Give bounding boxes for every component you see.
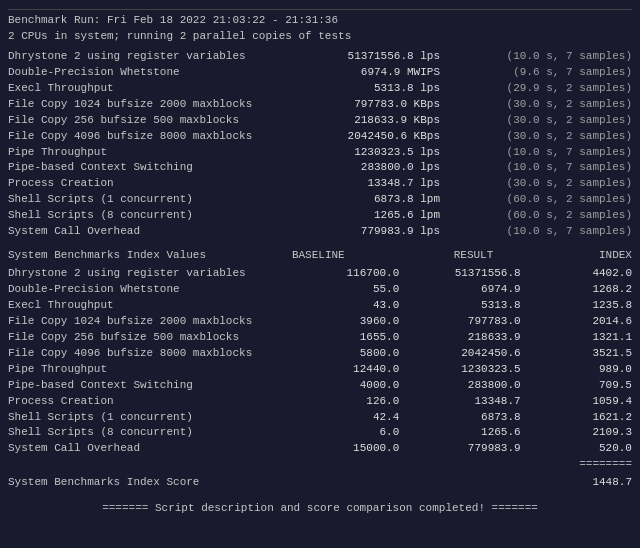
bench-value: 779983.9 lps — [320, 224, 440, 240]
index-row-baseline: 43.0 — [319, 298, 399, 314]
score-label: System Benchmarks Index Score — [8, 475, 199, 491]
index-row: Double-Precision Whetstone 55.0 6974.9 1… — [8, 282, 632, 298]
bench-detail: (60.0 s, 2 samples) — [472, 192, 632, 208]
bench-row: Double-Precision Whetstone 6974.9 MWIPS … — [8, 65, 632, 81]
index-row: File Copy 4096 bufsize 8000 maxblocks 58… — [8, 346, 632, 362]
index-row-index: 3521.5 — [552, 346, 632, 362]
top-separator — [8, 9, 632, 10]
index-row-baseline: 12440.0 — [319, 362, 399, 378]
bench-label: Double-Precision Whetstone — [8, 65, 288, 81]
index-row-baseline: 126.0 — [319, 394, 399, 410]
cpu-info-line: 2 CPUs in system; running 2 parallel cop… — [8, 29, 632, 45]
bench-label: Shell Scripts (8 concurrent) — [8, 208, 288, 224]
bench-detail: (10.0 s, 7 samples) — [472, 49, 632, 65]
index-row-result: 2042450.6 — [431, 346, 521, 362]
index-row-baseline: 4000.0 — [319, 378, 399, 394]
index-row-label: Shell Scripts (1 concurrent) — [8, 410, 288, 426]
index-section: System Benchmarks Index Values BASELINE … — [8, 248, 632, 491]
index-header-row: System Benchmarks Index Values BASELINE … — [8, 248, 632, 264]
bench-detail: (30.0 s, 2 samples) — [472, 176, 632, 192]
index-row-label: File Copy 4096 bufsize 8000 maxblocks — [8, 346, 288, 362]
bench-value: 5313.8 lps — [320, 81, 440, 97]
index-row-baseline: 55.0 — [319, 282, 399, 298]
bench-label: Shell Scripts (1 concurrent) — [8, 192, 288, 208]
bench-detail: (60.0 s, 2 samples) — [472, 208, 632, 224]
bench-value: 1230323.5 lps — [320, 145, 440, 161]
footer-text: ======= Script description and score com… — [8, 501, 632, 517]
index-row-result: 797783.0 — [431, 314, 521, 330]
index-row: Shell Scripts (1 concurrent) 42.4 6873.8… — [8, 410, 632, 426]
bench-value: 797783.0 KBps — [320, 97, 440, 113]
index-row-label: Execl Throughput — [8, 298, 288, 314]
bench-label: Execl Throughput — [8, 81, 288, 97]
index-row-result: 6974.9 — [431, 282, 521, 298]
index-row-baseline: 6.0 — [319, 425, 399, 441]
bench-label: File Copy 256 bufsize 500 maxblocks — [8, 113, 288, 129]
bench-value: 218633.9 KBps — [320, 113, 440, 129]
index-row-label: System Call Overhead — [8, 441, 288, 457]
bench-label: Dhrystone 2 using register variables — [8, 49, 288, 65]
score-line: System Benchmarks Index Score 1448.7 — [8, 475, 632, 491]
index-row-index: 1235.8 — [552, 298, 632, 314]
index-row-label: File Copy 1024 bufsize 2000 maxblocks — [8, 314, 288, 330]
index-row-baseline: 42.4 — [319, 410, 399, 426]
bench-value: 6873.8 lpm — [320, 192, 440, 208]
bench-value: 2042450.6 KBps — [320, 129, 440, 145]
index-row: Pipe-based Context Switching 4000.0 2838… — [8, 378, 632, 394]
index-row-index: 1059.4 — [552, 394, 632, 410]
index-row-label: Pipe Throughput — [8, 362, 288, 378]
bench-value: 6974.9 MWIPS — [320, 65, 440, 81]
bench-row: Shell Scripts (1 concurrent) 6873.8 lpm … — [8, 192, 632, 208]
bench-row: Pipe Throughput 1230323.5 lps (10.0 s, 7… — [8, 145, 632, 161]
index-row-baseline: 116700.0 — [319, 266, 399, 282]
index-row-index: 989.0 — [552, 362, 632, 378]
index-rows: Dhrystone 2 using register variables 116… — [8, 266, 632, 457]
bench-row: File Copy 4096 bufsize 8000 maxblocks 20… — [8, 129, 632, 145]
bench-label: File Copy 1024 bufsize 2000 maxblocks — [8, 97, 288, 113]
index-row-index: 1321.1 — [552, 330, 632, 346]
index-row: Pipe Throughput 12440.0 1230323.5 989.0 — [8, 362, 632, 378]
index-row: Shell Scripts (8 concurrent) 6.0 1265.6 … — [8, 425, 632, 441]
index-col-baseline-header: BASELINE — [265, 248, 345, 264]
bench-value: 283800.0 lps — [320, 160, 440, 176]
bench-value: 51371556.8 lps — [320, 49, 440, 65]
index-row: Dhrystone 2 using register variables 116… — [8, 266, 632, 282]
index-row-label: Shell Scripts (8 concurrent) — [8, 425, 288, 441]
bench-detail: (30.0 s, 2 samples) — [472, 113, 632, 129]
index-row-result: 1265.6 — [431, 425, 521, 441]
score-value: 1448.7 — [592, 475, 632, 491]
index-row-baseline: 1655.0 — [319, 330, 399, 346]
index-row-label: Pipe-based Context Switching — [8, 378, 288, 394]
index-row: System Call Overhead 15000.0 779983.9 52… — [8, 441, 632, 457]
index-header-label: System Benchmarks Index Values — [8, 248, 206, 264]
index-row-index: 709.5 — [552, 378, 632, 394]
bench-label: File Copy 4096 bufsize 8000 maxblocks — [8, 129, 288, 145]
bench-results-section: Dhrystone 2 using register variables 513… — [8, 49, 632, 240]
index-row: Process Creation 126.0 13348.7 1059.4 — [8, 394, 632, 410]
footer-section: ======= Script description and score com… — [8, 501, 632, 517]
bench-row: Execl Throughput 5313.8 lps (29.9 s, 2 s… — [8, 81, 632, 97]
bench-row: Dhrystone 2 using register variables 513… — [8, 49, 632, 65]
index-row-baseline: 3960.0 — [319, 314, 399, 330]
index-row-index: 2014.6 — [552, 314, 632, 330]
index-col-index-header: INDEX — [552, 248, 632, 264]
index-row-label: Process Creation — [8, 394, 288, 410]
bench-row: Pipe-based Context Switching 283800.0 lp… — [8, 160, 632, 176]
bench-detail: (10.0 s, 7 samples) — [472, 145, 632, 161]
index-row-result: 283800.0 — [431, 378, 521, 394]
index-row-label: Double-Precision Whetstone — [8, 282, 288, 298]
bench-label: Pipe Throughput — [8, 145, 288, 161]
bench-row: File Copy 1024 bufsize 2000 maxblocks 79… — [8, 97, 632, 113]
bench-detail: (10.0 s, 7 samples) — [472, 224, 632, 240]
bench-row: System Call Overhead 779983.9 lps (10.0 … — [8, 224, 632, 240]
index-row-baseline: 5800.0 — [319, 346, 399, 362]
bench-detail: (9.6 s, 7 samples) — [472, 65, 632, 81]
index-row-index: 4402.0 — [552, 266, 632, 282]
index-row: Execl Throughput 43.0 5313.8 1235.8 — [8, 298, 632, 314]
index-row-result: 5313.8 — [431, 298, 521, 314]
bench-row: Process Creation 13348.7 lps (30.0 s, 2 … — [8, 176, 632, 192]
bench-detail: (10.0 s, 7 samples) — [472, 160, 632, 176]
bench-value: 1265.6 lpm — [320, 208, 440, 224]
equals-line: ======== — [8, 457, 632, 473]
index-row-index: 2109.3 — [552, 425, 632, 441]
